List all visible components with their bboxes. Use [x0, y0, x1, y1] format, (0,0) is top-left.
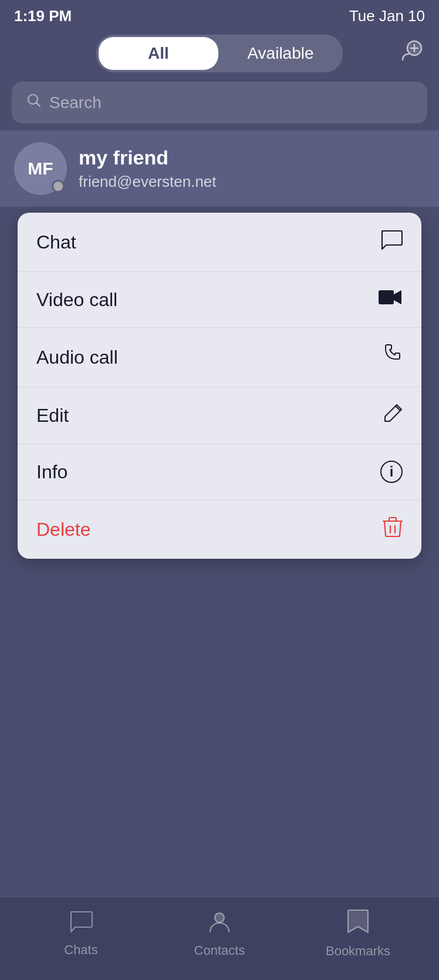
search-placeholder-text: Search [49, 93, 102, 112]
bottom-nav: Chats Contacts Bookmarks [0, 897, 439, 980]
menu-item-info-label: Info [36, 461, 67, 483]
search-icon [26, 92, 42, 113]
avatar: MF [14, 142, 67, 195]
edit-icon [384, 404, 403, 427]
svg-rect-2 [379, 290, 394, 304]
status-date: Tue Jan 10 [349, 7, 425, 25]
status-bar: 1:19 PM Tue Jan 10 [0, 0, 439, 30]
video-call-icon [378, 288, 403, 311]
filter-tab-all[interactable]: All [99, 37, 218, 70]
online-status-dot [52, 180, 65, 193]
nav-chats-icon [69, 910, 93, 938]
context-menu: Chat Video call Audio call Edit [18, 213, 421, 559]
menu-item-edit[interactable]: Edit [18, 387, 421, 444]
info-circle-icon: i [380, 461, 403, 483]
contact-header: MF my friend friend@eversten.net [0, 130, 439, 207]
search-container: Search [0, 77, 439, 130]
nav-item-bookmarks[interactable]: Bookmarks [289, 909, 427, 959]
menu-item-info[interactable]: Info i [18, 444, 421, 500]
avatar-initials: MF [28, 159, 53, 179]
svg-point-3 [215, 913, 224, 922]
nav-chats-label: Chats [64, 942, 97, 958]
menu-item-edit-label: Edit [36, 405, 69, 427]
chat-icon [380, 229, 403, 255]
nav-bookmarks-icon [347, 909, 369, 939]
nav-contacts-label: Contacts [194, 943, 245, 958]
menu-item-video-call-label: Video call [36, 289, 117, 311]
menu-item-audio-call-label: Audio call [36, 347, 118, 368]
menu-item-delete-label: Delete [36, 519, 91, 541]
add-contact-button[interactable] [397, 38, 427, 69]
menu-item-audio-call[interactable]: Audio call [18, 328, 421, 387]
info-icon: i [380, 461, 403, 483]
nav-bookmarks-label: Bookmarks [326, 944, 390, 959]
nav-contacts-icon [208, 909, 231, 938]
filter-tabs: All Available [96, 35, 343, 72]
contact-name: my friend [79, 146, 217, 169]
search-bar[interactable]: Search [12, 82, 427, 123]
trash-icon [383, 516, 403, 542]
add-contact-icon [398, 36, 426, 71]
nav-item-contacts[interactable]: Contacts [150, 909, 289, 958]
menu-item-delete[interactable]: Delete [18, 500, 421, 559]
filter-bar: All Available [0, 30, 439, 77]
menu-item-chat-label: Chat [36, 231, 76, 253]
filter-tab-available[interactable]: Available [221, 37, 340, 70]
nav-item-chats[interactable]: Chats [12, 910, 150, 958]
status-time: 1:19 PM [14, 7, 72, 25]
contact-email: friend@eversten.net [79, 173, 217, 191]
contact-info: my friend friend@eversten.net [79, 146, 217, 191]
menu-item-chat[interactable]: Chat [18, 213, 421, 272]
phone-icon [381, 344, 403, 370]
menu-item-video-call[interactable]: Video call [18, 272, 421, 328]
